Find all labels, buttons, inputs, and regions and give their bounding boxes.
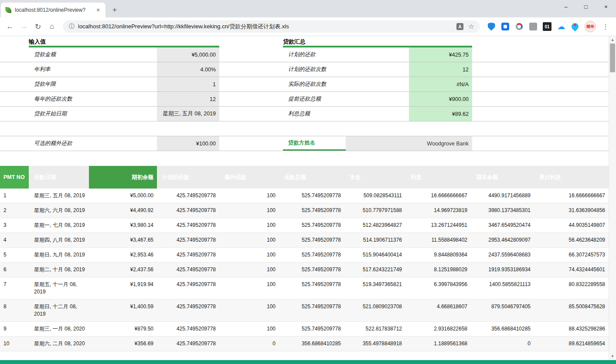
table-cell: 521.0809023708: [344, 300, 405, 321]
tab-close-icon[interactable]: ×: [94, 6, 102, 14]
table-cell: 星期日, 十二月 08, 2019: [29, 300, 89, 321]
gray-extension-icon[interactable]: [529, 23, 537, 30]
browser-tab[interactable]: localhost:8012/onlinePreview? ×: [1, 3, 106, 17]
scrollbar-thumb[interactable]: [610, 44, 615, 72]
table-cell: 0: [471, 337, 534, 351]
address-bar[interactable]: ⓘ localhost:8012/onlinePreview?url=http:…: [63, 20, 480, 33]
panel-row: 年利率 4.00% 计划的还款次数 12: [0, 62, 609, 77]
lender-name-value: Woodgrove Bank: [346, 136, 472, 151]
summary-value: #N/A: [409, 77, 472, 91]
table-cell: 56.4623648209: [534, 233, 609, 247]
table-cell: 星期三, 五月 08, 2019: [29, 189, 89, 203]
table-cell: 1.1889561368: [405, 337, 471, 351]
cloud-extension-icon[interactable]: ☁: [557, 22, 565, 31]
scroll-down-icon[interactable]: ▼: [609, 353, 616, 360]
column-header: 期末余额: [471, 166, 534, 189]
close-button[interactable]: ×: [596, 0, 616, 13]
white-dot-icon: [504, 25, 507, 28]
panel-headers-row: 输入值 贷款汇总: [0, 36, 609, 47]
table-row: 5星期日, 九月 08, 2019¥2,953.46425.7495209778…: [0, 248, 609, 263]
table-cell: ¥4,490.92: [89, 203, 157, 218]
column-header: PMT NO: [0, 166, 29, 189]
browser-menu-icon[interactable]: ⋮: [601, 22, 610, 31]
table-row: 6星期二, 十月 08, 2019¥2,437.56425.7495209778…: [0, 263, 609, 277]
column-header: 还款日期: [29, 166, 89, 189]
table-cell: 9: [0, 322, 29, 336]
table-cell: 425.7495209778: [157, 277, 219, 299]
table-cell: 356.6868410285: [471, 322, 534, 336]
panel-row: 贷款开始日期 星期三, 五月 08, 2019 利息总额 ¥89.62: [0, 107, 609, 121]
table-cell: 星期六, 六月 08, 2019: [29, 203, 89, 218]
table-cell: 425.7495209778: [157, 218, 219, 233]
summary-label: 提前还款总额: [283, 92, 409, 106]
table-row: 2星期六, 六月 08, 2019¥4,490.92425.7495209778…: [0, 203, 609, 218]
column-header: 还款总额: [279, 166, 344, 189]
back-button[interactable]: ←: [3, 20, 17, 33]
blue-square-extension-icon[interactable]: [501, 23, 509, 30]
table-cell: 519.3497365821: [344, 277, 405, 299]
bird-extension-icon[interactable]: [570, 22, 580, 32]
summary-label: 计划的还款: [283, 47, 409, 62]
table-cell: 425.7495209778: [157, 322, 219, 336]
column-header: 额外还款: [219, 166, 279, 189]
input-value: 4.00%: [157, 62, 219, 77]
table-row: 1星期三, 五月 08, 2019¥5,000.00425.7495209778…: [0, 189, 609, 203]
table-cell: 85.5008475628: [534, 300, 609, 321]
panel-row: 每年的还款次数 12 提前还款总额 ¥900.00: [0, 92, 609, 107]
table-cell: 8.1251988029: [405, 263, 471, 277]
table-cell: 3980.1373485301: [471, 203, 534, 218]
url-text[interactable]: localhost:8012/onlinePreview?url=http://…: [78, 23, 453, 30]
tab-strip: localhost:8012/onlinePreview? × + – □ ×: [0, 0, 616, 17]
leaf-favicon-icon: [5, 7, 11, 13]
new-tab-button[interactable]: +: [108, 3, 121, 17]
table-cell: 6: [0, 263, 29, 277]
table-cell: 44.9035149807: [534, 218, 609, 233]
table-cell: 879.5046797405: [471, 300, 534, 321]
home-button[interactable]: ⌂: [45, 20, 58, 33]
table-cell: 2: [0, 203, 29, 218]
table-cell: 515.9046400414: [344, 248, 405, 262]
table-cell: 525.7495209778: [279, 322, 344, 336]
profile-avatar[interactable]: 精华: [585, 21, 596, 32]
table-cell: ¥5,000.00: [89, 189, 157, 203]
table-cell: 星期一, 七月 08, 2019: [29, 218, 89, 233]
table-cell: 100: [219, 248, 279, 262]
table-cell: ¥879.50: [89, 322, 157, 336]
scroll-up-icon[interactable]: ▲: [609, 36, 616, 44]
table-cell: 525.7495209778: [279, 248, 344, 262]
summary-label: 计划的还款次数: [283, 62, 409, 77]
table-cell: 100: [219, 300, 279, 321]
table-cell: 3467.6549520474: [471, 218, 534, 233]
table-row: 10星期六, 二月 08, 2020¥356.69425.74952097780…: [0, 337, 609, 351]
column-header: 本金: [344, 166, 405, 189]
maximize-button[interactable]: □: [576, 0, 596, 13]
table-cell: 425.7495209778: [157, 263, 219, 277]
ring-extension-icon[interactable]: [516, 23, 523, 30]
browser-toolbar: ← → ↻ ⌂ ⓘ localhost:8012/onlinePreview?u…: [0, 17, 616, 36]
table-cell: 525.7495209778: [279, 218, 344, 233]
window-controls: – □ ×: [556, 0, 616, 13]
table-cell: 356.6868410285: [279, 337, 344, 351]
table-cell: 1: [0, 189, 29, 203]
table-cell: 16.6666666667: [405, 189, 471, 203]
vertical-scrollbar[interactable]: ▲ ▼: [609, 36, 616, 360]
bookmark-star-icon[interactable]: ☆: [467, 22, 476, 31]
table-header-row: PMT NO还款日期期初余额计划的还款额外还款还款总额本金利息期末余额累计利息: [0, 166, 609, 189]
table-cell: 9.8448809364: [405, 248, 471, 262]
page-info-icon[interactable]: ⓘ: [69, 23, 75, 30]
table-cell: 425.7495209778: [157, 233, 219, 247]
table-cell: 88.4325298286: [534, 322, 609, 336]
input-value: 星期三, 五月 08, 2019: [157, 107, 219, 121]
badge-01-extension-icon[interactable]: 01: [543, 22, 551, 31]
shield-extension-icon[interactable]: [488, 23, 495, 31]
minimize-button[interactable]: –: [556, 0, 576, 13]
summary-label: 实际的还款次数: [283, 77, 409, 91]
translate-icon[interactable]: A: [456, 23, 463, 30]
forward-button[interactable]: →: [17, 20, 31, 33]
table-cell: 425.7495209778: [157, 203, 219, 218]
table-body: 1星期三, 五月 08, 2019¥5,000.00425.7495209778…: [0, 189, 609, 351]
table-cell: 31.6363904856: [534, 203, 609, 218]
reload-button[interactable]: ↻: [31, 20, 44, 33]
input-label: 可选的额外还款: [29, 136, 157, 151]
table-cell: ¥1,919.94: [89, 277, 157, 299]
